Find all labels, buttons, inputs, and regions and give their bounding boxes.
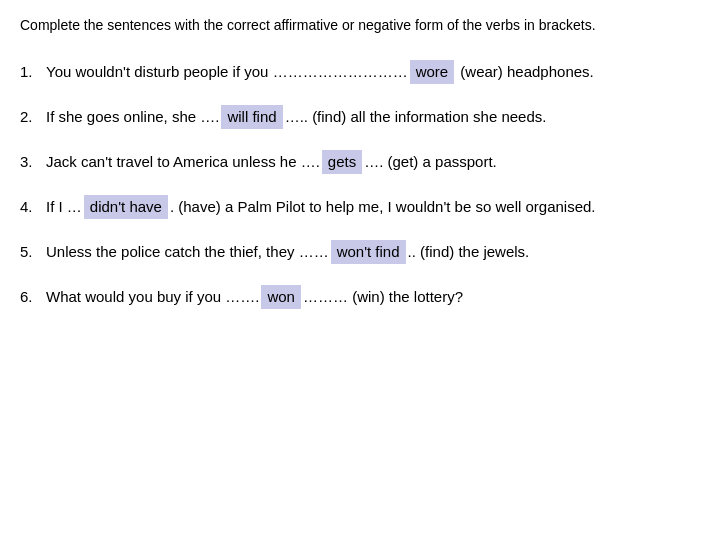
sentence-item: Unless the police catch the thief, they … [20, 238, 700, 265]
sentence-item: Jack can't travel to America unless he …… [20, 148, 700, 175]
sentence-list: You wouldn't disturb people if you ……………… [20, 58, 700, 310]
sentence-item: If I …didn't have. (have) a Palm Pilot t… [20, 193, 700, 220]
answer-box-6: won [261, 285, 301, 310]
answer-box-5: won't find [331, 240, 406, 265]
sentence-item: You wouldn't disturb people if you ……………… [20, 58, 700, 85]
answer-box-1: wore [410, 60, 455, 85]
sentence-text-2: If she goes online, she ….will find….. (… [46, 103, 546, 130]
sentence-text-1: You wouldn't disturb people if you ……………… [46, 58, 594, 85]
answer-box-4: didn't have [84, 195, 168, 220]
sentence-text-3: Jack can't travel to America unless he …… [46, 148, 497, 175]
answer-box-2: will find [221, 105, 282, 130]
sentence-text-4: If I …didn't have. (have) a Palm Pilot t… [46, 193, 596, 220]
answer-box-3: gets [322, 150, 362, 175]
sentence-item: What would you buy if you …….won……… (win… [20, 283, 700, 310]
instruction-text: Complete the sentences with the correct … [20, 16, 700, 36]
sentence-item: If she goes online, she ….will find….. (… [20, 103, 700, 130]
sentence-text-5: Unless the police catch the thief, they … [46, 238, 529, 265]
sentence-text-6: What would you buy if you …….won……… (win… [46, 283, 463, 310]
